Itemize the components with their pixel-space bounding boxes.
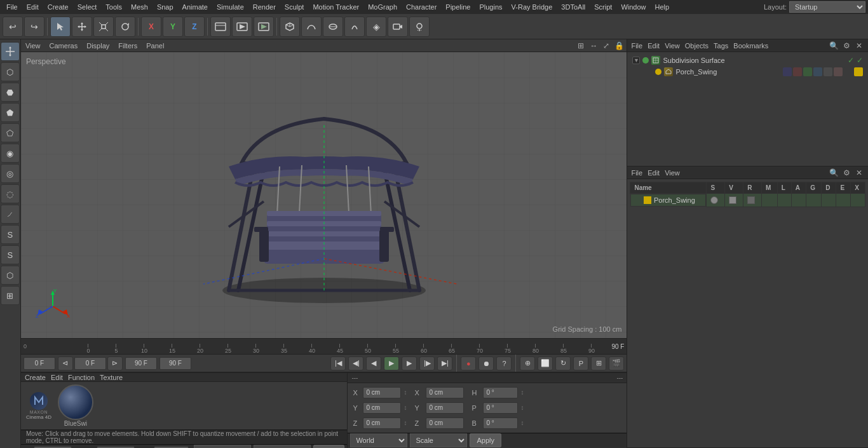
obj-close-icon[interactable]: ✕ xyxy=(854,41,864,51)
scale-dropdown-2[interactable]: Scale xyxy=(410,433,467,447)
menu-sculpt[interactable]: Sculpt xyxy=(281,2,308,12)
attr-menu-edit[interactable]: Edit xyxy=(648,169,660,177)
menu-script[interactable]: Script xyxy=(590,2,616,12)
attr-close-icon[interactable]: ✕ xyxy=(854,168,864,178)
obj-menu-edit[interactable]: Edit xyxy=(648,42,660,50)
sidebar-poly-tool[interactable]: S xyxy=(1,225,20,244)
goto-start-button[interactable]: |◀ xyxy=(330,356,346,370)
material-menu-create[interactable]: Create xyxy=(25,374,46,381)
attr-x-input[interactable] xyxy=(363,387,401,398)
attr-z-input[interactable] xyxy=(363,417,401,429)
y-axis-button[interactable]: Y xyxy=(163,17,183,37)
viewport-menu-filters[interactable]: Filters xyxy=(116,42,139,50)
menu-snap[interactable]: Snap xyxy=(153,2,177,12)
scale-button[interactable] xyxy=(93,17,114,37)
x-axis-button[interactable]: X xyxy=(141,17,161,37)
attr-cell-l[interactable] xyxy=(777,194,791,207)
record-button[interactable]: ● xyxy=(461,356,476,370)
menu-create[interactable]: Create xyxy=(44,2,72,12)
start-frame-input[interactable] xyxy=(24,357,55,370)
attr-y-input[interactable] xyxy=(363,402,401,414)
play-button[interactable]: ▶ xyxy=(384,356,399,370)
redo-button[interactable]: ↪ xyxy=(24,17,44,37)
attr-cell-e[interactable] xyxy=(836,194,851,207)
world-dropdown[interactable]: World xyxy=(194,445,251,448)
next-play-button[interactable]: ▶ xyxy=(402,356,417,370)
key-info-button[interactable]: ? xyxy=(496,356,512,370)
attr-cell-g[interactable] xyxy=(806,194,822,207)
obj-tag-2[interactable] xyxy=(793,67,802,76)
attr-cell-a[interactable] xyxy=(791,194,806,207)
obj-tag-1[interactable] xyxy=(783,67,792,76)
sidebar-brush-tool[interactable]: ⬣ xyxy=(1,83,20,102)
attr-menu-file[interactable]: File xyxy=(631,169,642,177)
material-menu-edit[interactable]: Edit xyxy=(51,374,63,381)
obj-search-icon[interactable]: 🔍 xyxy=(829,41,839,51)
prev-key-button[interactable]: ◀| xyxy=(348,356,363,370)
obj-expand-icon[interactable]: ▼ xyxy=(632,57,640,64)
render-button[interactable] xyxy=(254,17,274,37)
attr-menu-view[interactable]: View xyxy=(665,169,680,177)
apply-button[interactable]: Apply xyxy=(313,445,345,448)
obj-tag-4[interactable] xyxy=(813,67,822,76)
obj-tag-7[interactable] xyxy=(844,67,853,76)
viewport-menu-display[interactable]: Display xyxy=(85,42,111,50)
attr-h-input[interactable] xyxy=(483,387,518,398)
cube-button[interactable] xyxy=(280,17,300,37)
sidebar-extrude-tool[interactable]: ⬠ xyxy=(1,123,20,142)
sidebar-sculpt-tool[interactable]: ⬡ xyxy=(1,62,20,81)
menu-render[interactable]: Render xyxy=(249,2,280,12)
object-row-subdivision[interactable]: ▼ Subdivision Surface ✓ ✓ xyxy=(630,55,865,66)
obj-menu-tags[interactable]: Tags xyxy=(714,42,728,50)
sidebar-symmetry-tool[interactable]: ⬡ xyxy=(1,266,20,285)
obj-tag-material[interactable] xyxy=(854,67,863,76)
menu-character[interactable]: Character xyxy=(402,2,440,12)
rotate-button[interactable] xyxy=(115,17,135,37)
auto-key-button[interactable]: ⏺ xyxy=(478,356,494,370)
render-view-button[interactable] xyxy=(232,17,252,37)
attr-cell-v[interactable] xyxy=(725,194,743,207)
attr-z2-input[interactable] xyxy=(426,417,464,429)
attr-cell-s[interactable] xyxy=(707,194,725,207)
apply-button-2[interactable]: Apply xyxy=(470,433,501,447)
render-play[interactable]: 🎬 xyxy=(609,356,624,370)
menu-simulate[interactable]: Simulate xyxy=(213,2,248,12)
obj-menu-bookmarks[interactable]: Bookmarks xyxy=(733,42,768,50)
nurbs-button[interactable] xyxy=(323,17,343,37)
obj-settings-icon[interactable]: ⚙ xyxy=(841,41,851,51)
attr-p-input[interactable] xyxy=(483,402,518,414)
attr-settings-icon[interactable]: ⚙ xyxy=(841,168,851,178)
obj-menu-file[interactable]: File xyxy=(631,42,642,50)
attr-x2-input[interactable] xyxy=(426,387,464,398)
material-menu-function[interactable]: Function xyxy=(68,374,95,381)
material-ball-container[interactable]: BlueSwi xyxy=(58,384,93,427)
sidebar-paint-tool[interactable]: S xyxy=(1,245,20,264)
obj-tag-5[interactable] xyxy=(824,67,832,76)
menu-plugins[interactable]: Plugins xyxy=(475,2,506,12)
timeline[interactable]: 0 0 5 10 15 20 25 30 35 40 45 50 55 60 6… xyxy=(21,338,627,354)
box-tool-play[interactable]: ⬜ xyxy=(538,356,553,370)
viewport-icon-2[interactable]: ↔ xyxy=(588,41,599,51)
grid-tool-play[interactable]: ⊞ xyxy=(591,356,606,370)
obj-visible-check[interactable]: ✓ xyxy=(848,56,854,65)
prev-frame-button[interactable]: ⊲ xyxy=(58,356,73,370)
attr-cell-m[interactable] xyxy=(762,194,778,207)
z-axis-button[interactable]: Z xyxy=(184,17,205,37)
viewport-icon-lock[interactable]: 🔒 xyxy=(614,41,624,51)
particle-button[interactable]: ◈ xyxy=(366,17,386,37)
viewport-icon-3[interactable]: ⤢ xyxy=(601,41,611,51)
camera-button[interactable] xyxy=(388,17,408,37)
attr-y2-input[interactable] xyxy=(426,402,464,414)
viewport-menu-view[interactable]: View xyxy=(24,42,43,50)
menu-tools[interactable]: Tools xyxy=(102,2,126,12)
object-row-porch[interactable]: Porch_Swing xyxy=(630,66,865,78)
viewport-canvas[interactable]: Perspective xyxy=(21,52,627,338)
sidebar-smooth-tool[interactable]: ◎ xyxy=(1,164,20,183)
move-tool-play[interactable]: ⊕ xyxy=(520,356,535,370)
prev-play-button[interactable]: ◀ xyxy=(366,356,381,370)
next-key-button[interactable]: |▶ xyxy=(419,356,435,370)
menu-vray[interactable]: V-Ray Bridge xyxy=(508,2,557,12)
obj-render-check[interactable]: ✓ xyxy=(857,56,863,65)
rotate-tool-play[interactable]: ↻ xyxy=(555,356,571,370)
menu-animate[interactable]: Animate xyxy=(179,2,212,12)
